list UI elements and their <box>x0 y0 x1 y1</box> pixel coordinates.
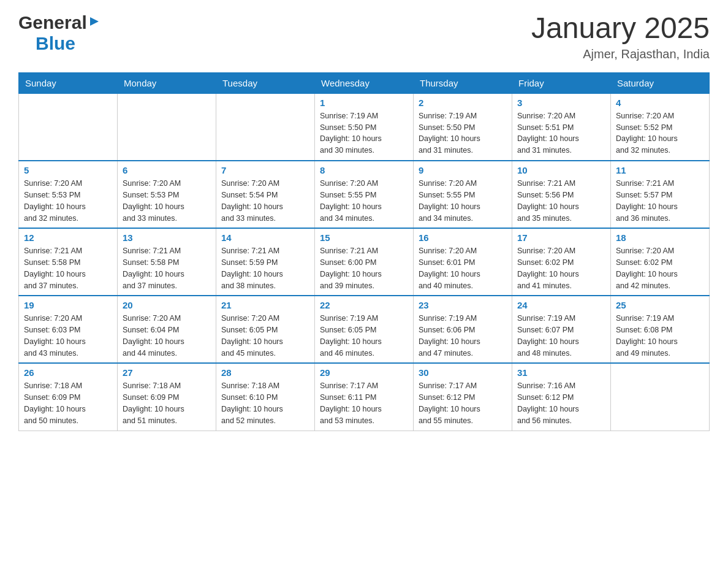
day-number: 25 <box>616 300 704 310</box>
calendar-cell: 23Sunrise: 7:19 AMSunset: 6:06 PMDayligh… <box>414 296 512 363</box>
day-info: Sunrise: 7:21 AMSunset: 6:00 PMDaylight:… <box>320 245 408 291</box>
calendar-cell: 27Sunrise: 7:18 AMSunset: 6:09 PMDayligh… <box>118 363 216 431</box>
day-number: 14 <box>221 232 309 243</box>
day-info: Sunrise: 7:21 AMSunset: 5:59 PMDaylight:… <box>221 245 309 291</box>
day-number: 2 <box>419 98 507 108</box>
calendar-week-row: 12Sunrise: 7:21 AMSunset: 5:58 PMDayligh… <box>19 228 710 296</box>
day-info: Sunrise: 7:17 AMSunset: 6:11 PMDaylight:… <box>320 380 408 426</box>
calendar-week-row: 5Sunrise: 7:20 AMSunset: 5:53 PMDaylight… <box>19 161 710 228</box>
calendar-header-row: SundayMondayTuesdayWednesdayThursdayFrid… <box>19 72 710 93</box>
day-number: 15 <box>320 232 408 243</box>
calendar-cell: 25Sunrise: 7:19 AMSunset: 6:08 PMDayligh… <box>611 296 710 363</box>
day-info: Sunrise: 7:20 AMSunset: 5:52 PMDaylight:… <box>616 110 704 156</box>
day-number: 22 <box>320 300 408 310</box>
title-block: January 2025 Ajmer, Rajasthan, India <box>531 12 710 61</box>
day-of-week-header: Friday <box>512 72 611 93</box>
day-number: 11 <box>616 165 704 175</box>
day-number: 29 <box>320 367 408 378</box>
calendar-cell: 19Sunrise: 7:20 AMSunset: 6:03 PMDayligh… <box>19 296 118 363</box>
calendar-table: SundayMondayTuesdayWednesdayThursdayFrid… <box>18 72 710 431</box>
day-info: Sunrise: 7:19 AMSunset: 6:06 PMDaylight:… <box>419 313 507 359</box>
day-info: Sunrise: 7:20 AMSunset: 5:53 PMDaylight:… <box>24 178 112 224</box>
calendar-cell: 29Sunrise: 7:17 AMSunset: 6:11 PMDayligh… <box>315 363 414 431</box>
day-info: Sunrise: 7:17 AMSunset: 6:12 PMDaylight:… <box>419 380 507 426</box>
calendar-cell: 14Sunrise: 7:21 AMSunset: 5:59 PMDayligh… <box>216 228 315 296</box>
day-info: Sunrise: 7:20 AMSunset: 5:51 PMDaylight:… <box>517 110 605 156</box>
calendar-cell <box>611 363 710 431</box>
calendar-cell: 4Sunrise: 7:20 AMSunset: 5:52 PMDaylight… <box>611 93 710 161</box>
day-number: 4 <box>616 98 704 108</box>
day-number: 13 <box>123 232 211 243</box>
calendar-cell: 21Sunrise: 7:20 AMSunset: 6:05 PMDayligh… <box>216 296 315 363</box>
calendar-cell: 22Sunrise: 7:19 AMSunset: 6:05 PMDayligh… <box>315 296 414 363</box>
calendar-cell <box>118 93 216 161</box>
day-info: Sunrise: 7:19 AMSunset: 6:08 PMDaylight:… <box>616 313 704 359</box>
calendar-cell: 8Sunrise: 7:20 AMSunset: 5:55 PMDaylight… <box>315 161 414 228</box>
calendar-cell: 16Sunrise: 7:20 AMSunset: 6:01 PMDayligh… <box>414 228 512 296</box>
day-number: 23 <box>419 300 507 310</box>
day-info: Sunrise: 7:20 AMSunset: 5:54 PMDaylight:… <box>221 178 309 224</box>
calendar-cell: 26Sunrise: 7:18 AMSunset: 6:09 PMDayligh… <box>19 363 118 431</box>
day-info: Sunrise: 7:21 AMSunset: 5:58 PMDaylight:… <box>24 245 112 291</box>
logo-arrow-icon <box>89 16 100 29</box>
calendar-cell: 1Sunrise: 7:19 AMSunset: 5:50 PMDaylight… <box>315 93 414 161</box>
calendar-cell: 31Sunrise: 7:16 AMSunset: 6:12 PMDayligh… <box>512 363 611 431</box>
day-of-week-header: Monday <box>118 72 216 93</box>
day-number: 5 <box>24 165 112 175</box>
day-number: 27 <box>123 367 211 378</box>
calendar-cell: 18Sunrise: 7:20 AMSunset: 6:02 PMDayligh… <box>611 228 710 296</box>
day-info: Sunrise: 7:19 AMSunset: 6:05 PMDaylight:… <box>320 313 408 359</box>
day-info: Sunrise: 7:20 AMSunset: 6:04 PMDaylight:… <box>123 313 211 359</box>
calendar-cell: 2Sunrise: 7:19 AMSunset: 5:50 PMDaylight… <box>414 93 512 161</box>
day-number: 9 <box>419 165 507 175</box>
day-number: 20 <box>123 300 211 310</box>
calendar-cell: 30Sunrise: 7:17 AMSunset: 6:12 PMDayligh… <box>414 363 512 431</box>
logo: General Blue <box>18 12 100 54</box>
day-info: Sunrise: 7:18 AMSunset: 6:10 PMDaylight:… <box>221 380 309 426</box>
day-number: 3 <box>517 98 605 108</box>
calendar-cell: 24Sunrise: 7:19 AMSunset: 6:07 PMDayligh… <box>512 296 611 363</box>
location-label: Ajmer, Rajasthan, India <box>531 47 710 61</box>
calendar-cell: 12Sunrise: 7:21 AMSunset: 5:58 PMDayligh… <box>19 228 118 296</box>
day-number: 7 <box>221 165 309 175</box>
calendar-cell: 7Sunrise: 7:20 AMSunset: 5:54 PMDaylight… <box>216 161 315 228</box>
day-info: Sunrise: 7:20 AMSunset: 5:55 PMDaylight:… <box>320 178 408 224</box>
calendar-cell: 6Sunrise: 7:20 AMSunset: 5:53 PMDaylight… <box>118 161 216 228</box>
day-info: Sunrise: 7:20 AMSunset: 6:03 PMDaylight:… <box>24 313 112 359</box>
day-number: 12 <box>24 232 112 243</box>
day-of-week-header: Wednesday <box>315 72 414 93</box>
day-info: Sunrise: 7:20 AMSunset: 5:55 PMDaylight:… <box>419 178 507 224</box>
day-number: 24 <box>517 300 605 310</box>
day-info: Sunrise: 7:20 AMSunset: 6:02 PMDaylight:… <box>616 245 704 291</box>
day-number: 18 <box>616 232 704 243</box>
day-of-week-header: Saturday <box>611 72 710 93</box>
day-number: 28 <box>221 367 309 378</box>
calendar-cell: 17Sunrise: 7:20 AMSunset: 6:02 PMDayligh… <box>512 228 611 296</box>
day-number: 21 <box>221 300 309 310</box>
logo-general-text: General <box>18 12 87 33</box>
day-number: 16 <box>419 232 507 243</box>
day-info: Sunrise: 7:21 AMSunset: 5:56 PMDaylight:… <box>517 178 605 224</box>
day-info: Sunrise: 7:20 AMSunset: 6:02 PMDaylight:… <box>517 245 605 291</box>
day-info: Sunrise: 7:20 AMSunset: 6:05 PMDaylight:… <box>221 313 309 359</box>
day-info: Sunrise: 7:19 AMSunset: 5:50 PMDaylight:… <box>320 110 408 156</box>
day-info: Sunrise: 7:20 AMSunset: 6:01 PMDaylight:… <box>419 245 507 291</box>
day-info: Sunrise: 7:21 AMSunset: 5:57 PMDaylight:… <box>616 178 704 224</box>
day-number: 31 <box>517 367 605 378</box>
calendar-cell: 3Sunrise: 7:20 AMSunset: 5:51 PMDaylight… <box>512 93 611 161</box>
day-of-week-header: Thursday <box>414 72 512 93</box>
calendar-week-row: 1Sunrise: 7:19 AMSunset: 5:50 PMDaylight… <box>19 93 710 161</box>
day-number: 19 <box>24 300 112 310</box>
day-number: 26 <box>24 367 112 378</box>
svg-marker-0 <box>90 17 99 26</box>
calendar-cell: 10Sunrise: 7:21 AMSunset: 5:56 PMDayligh… <box>512 161 611 228</box>
calendar-cell: 28Sunrise: 7:18 AMSunset: 6:10 PMDayligh… <box>216 363 315 431</box>
page-header: General Blue January 2025 Ajmer, Rajasth… <box>18 12 710 61</box>
calendar-cell: 13Sunrise: 7:21 AMSunset: 5:58 PMDayligh… <box>118 228 216 296</box>
day-info: Sunrise: 7:19 AMSunset: 5:50 PMDaylight:… <box>419 110 507 156</box>
month-title: January 2025 <box>531 12 710 45</box>
day-number: 10 <box>517 165 605 175</box>
calendar-cell: 11Sunrise: 7:21 AMSunset: 5:57 PMDayligh… <box>611 161 710 228</box>
day-info: Sunrise: 7:18 AMSunset: 6:09 PMDaylight:… <box>123 380 211 426</box>
calendar-cell: 20Sunrise: 7:20 AMSunset: 6:04 PMDayligh… <box>118 296 216 363</box>
